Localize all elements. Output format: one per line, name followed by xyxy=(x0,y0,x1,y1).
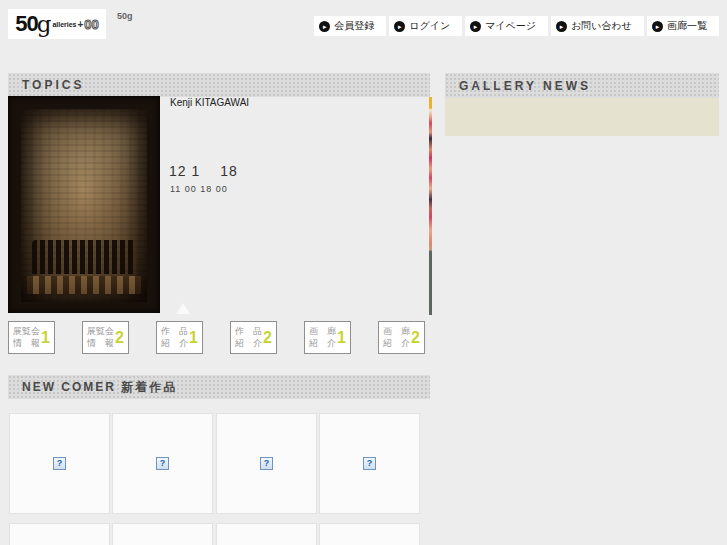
logo-g-text: g xyxy=(37,11,52,37)
arrow-bullet-icon: ▸ xyxy=(470,21,481,32)
top-navigation: ▸ 会員登録 ▸ ログイン ▸ マイページ ▸ お問い合わせ ▸ 画廊一覧 xyxy=(314,16,719,36)
button-number: 1 xyxy=(41,330,50,346)
arrow-bullet-icon: ▸ xyxy=(394,21,405,32)
button-number: 1 xyxy=(337,330,346,346)
button-exhibition-info-1[interactable]: 展覧会 情 報 1 xyxy=(8,321,55,354)
logo-zeros-text: 00 xyxy=(84,17,98,32)
nav-item-contact[interactable]: ▸ お問い合わせ xyxy=(551,16,644,36)
newcomer-card[interactable]: ? xyxy=(112,413,213,514)
arrow-bullet-icon: ▸ xyxy=(652,21,663,32)
button-gallery-intro-2[interactable]: 画 廊 紹 介 2 xyxy=(378,321,425,354)
newcomer-title: NEW COMER 新着作品 xyxy=(8,379,177,396)
gallery-news-panel xyxy=(445,98,719,136)
button-work-intro-1[interactable]: 作 品 紹 介 1 xyxy=(156,321,203,354)
gallery-news-section-header: GALLERY NEWS xyxy=(445,73,719,98)
button-exhibition-info-2[interactable]: 展覧会 情 報 2 xyxy=(82,321,129,354)
nav-label: 画廊一覧 xyxy=(667,19,707,33)
gallery-news-title: GALLERY NEWS xyxy=(445,79,591,93)
nav-label: 会員登録 xyxy=(334,19,374,33)
topics-title: TOPICS xyxy=(8,78,84,92)
newcomer-card[interactable]: ? xyxy=(9,413,110,514)
broken-image-icon: ? xyxy=(363,457,376,470)
topics-section-header: TOPICS xyxy=(8,73,430,97)
newcomer-card[interactable]: ? xyxy=(319,413,420,514)
nav-label: マイページ xyxy=(485,19,536,33)
newcomer-card[interactable] xyxy=(112,523,213,545)
button-label-line2: 紹 介 xyxy=(383,337,410,350)
broken-image-icon: ? xyxy=(53,457,66,470)
arrow-bullet-icon: ▸ xyxy=(319,21,330,32)
exhibition-date: 12 1 18 xyxy=(169,163,238,181)
newcomer-section-header: NEW COMER 新着作品 xyxy=(8,375,430,399)
button-label-line2: 紹 介 xyxy=(161,337,188,350)
newcomer-card[interactable] xyxy=(216,523,317,545)
artwork-floor-pattern xyxy=(27,276,141,294)
newcomer-card[interactable] xyxy=(9,523,110,545)
button-number: 2 xyxy=(411,330,420,346)
artwork-plate xyxy=(21,109,147,302)
logo-alleries-text: alleries xyxy=(52,21,76,28)
button-number: 1 xyxy=(189,330,198,346)
artwork-figures xyxy=(32,240,136,274)
logo-50-text: 50 xyxy=(15,11,37,37)
arrow-bullet-icon: ▸ xyxy=(556,21,567,32)
button-number: 2 xyxy=(263,330,272,346)
carousel-up-indicator-icon[interactable] xyxy=(176,303,190,314)
nav-item-mypage[interactable]: ▸ マイページ xyxy=(465,16,548,36)
newcomer-card[interactable]: ? xyxy=(216,413,317,514)
nav-item-gallery-list[interactable]: ▸ 画廊一覧 xyxy=(647,16,719,36)
button-number: 2 xyxy=(115,330,124,346)
site-tagline: 50g xyxy=(117,11,133,21)
logo-plus-text: + xyxy=(78,19,84,30)
nav-item-login[interactable]: ▸ ログイン xyxy=(389,16,462,36)
exhibition-hours: 11 00 18 00 xyxy=(170,184,228,194)
nav-item-member-registration[interactable]: ▸ 会員登録 xyxy=(314,16,386,36)
site-logo[interactable]: 50galleries+00 xyxy=(8,9,106,39)
newcomer-card[interactable] xyxy=(319,523,420,545)
button-label-line2: 紹 介 xyxy=(235,337,262,350)
carousel-next-slide-sliver xyxy=(429,97,432,315)
broken-image-icon: ? xyxy=(156,457,169,470)
button-label-line2: 情 報 xyxy=(13,337,40,350)
button-gallery-intro-1[interactable]: 画 廊 紹 介 1 xyxy=(304,321,351,354)
broken-image-icon: ? xyxy=(260,457,273,470)
topics-artwork-image[interactable] xyxy=(8,96,160,313)
nav-label: ログイン xyxy=(409,19,450,33)
nav-label: お問い合わせ xyxy=(571,19,632,33)
button-work-intro-2[interactable]: 作 品 紹 介 2 xyxy=(230,321,277,354)
artist-name: Kenji KITAGAWAI xyxy=(170,97,249,108)
button-label-line2: 紹 介 xyxy=(309,337,336,350)
button-label-line2: 情 報 xyxy=(87,337,114,350)
